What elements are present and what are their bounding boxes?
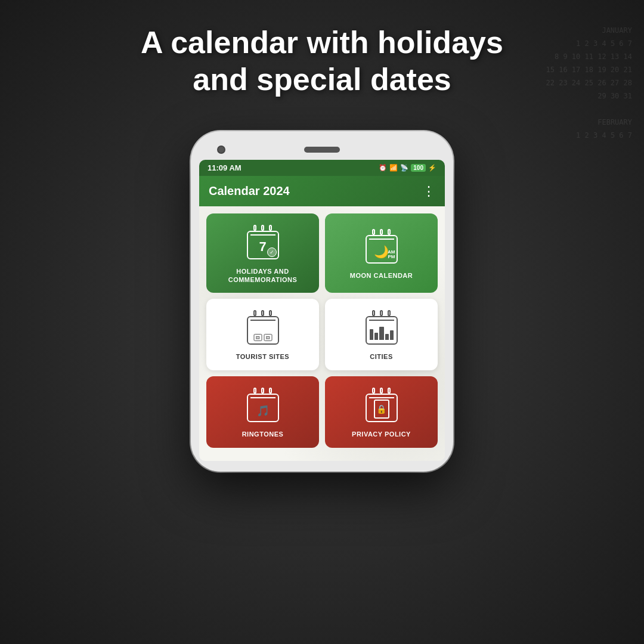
holidays-icon: 7 ✓: [244, 224, 282, 262]
tile-row-3: 🎵 RINGTONES: [206, 376, 438, 448]
tile-row-1: 7 ✓ HOLIDAYS AND COMMEMORATIONS: [206, 213, 438, 293]
ringtones-icon: 🎵: [244, 387, 282, 425]
app-content: 7 ✓ HOLIDAYS AND COMMEMORATIONS: [199, 206, 445, 461]
wifi-icon: 📡: [400, 164, 408, 172]
tile-privacy-policy[interactable]: 🔒 PRIVACY POLICY: [325, 376, 438, 448]
bolt-icon: ⚡: [428, 164, 436, 172]
app-title: Calendar 2024: [209, 184, 290, 198]
tourist-sites-label: TOURIST SITES: [236, 352, 289, 361]
status-time: 11:09 AM: [208, 163, 242, 172]
phone-frame: 11:09 AM ⏰ 📶 📡 100 ⚡ Calendar 2024 ⋮: [191, 131, 453, 472]
privacy-policy-icon: 🔒: [363, 387, 401, 425]
privacy-policy-label: PRIVACY POLICY: [352, 430, 411, 438]
tile-tourist-sites[interactable]: 🖼 🖼 TOURIST SITES: [206, 299, 319, 370]
cities-label: CITIES: [370, 352, 392, 361]
tile-holidays[interactable]: 7 ✓ HOLIDAYS AND COMMEMORATIONS: [206, 213, 319, 293]
cal-number: 7: [259, 239, 266, 255]
page-title: A calendar with holidays and special dat…: [0, 24, 644, 98]
moon-calendar-icon: 🌙 AM PM: [363, 228, 401, 267]
checkmark-icon: ✓: [267, 247, 277, 257]
tile-row-2: 🖼 🖼 TOURIST SITES: [206, 299, 438, 370]
tile-ringtones[interactable]: 🎵 RINGTONES: [206, 376, 319, 448]
battery-indicator: 100: [411, 164, 426, 172]
cities-icon: [363, 309, 401, 348]
status-icons: ⏰ 📶 📡 100 ⚡: [379, 164, 436, 172]
phone-top-bar: [199, 142, 445, 160]
phone-mockup: 11:09 AM ⏰ 📶 📡 100 ⚡ Calendar 2024 ⋮: [191, 131, 453, 472]
more-vert-icon[interactable]: ⋮: [422, 185, 435, 198]
alarm-icon: ⏰: [379, 164, 387, 172]
tile-moon-calendar[interactable]: 🌙 AM PM MOON CALENDAR: [325, 213, 438, 293]
holidays-label: HOLIDAYS AND COMMEMORATIONS: [228, 267, 298, 284]
status-bar: 11:09 AM ⏰ 📶 📡 100 ⚡: [199, 160, 445, 176]
moon-calendar-label: MOON CALENDAR: [350, 271, 413, 280]
ringtones-label: RINGTONES: [242, 430, 284, 438]
app-header: Calendar 2024 ⋮: [199, 176, 445, 206]
phone-camera: [217, 145, 225, 154]
signal-icon: 📶: [389, 164, 398, 172]
tile-cities[interactable]: CITIES: [325, 299, 438, 370]
phone-screen: 11:09 AM ⏰ 📶 📡 100 ⚡ Calendar 2024 ⋮: [199, 160, 445, 461]
tourist-sites-icon: 🖼 🖼: [244, 309, 282, 348]
phone-speaker: [304, 147, 340, 153]
